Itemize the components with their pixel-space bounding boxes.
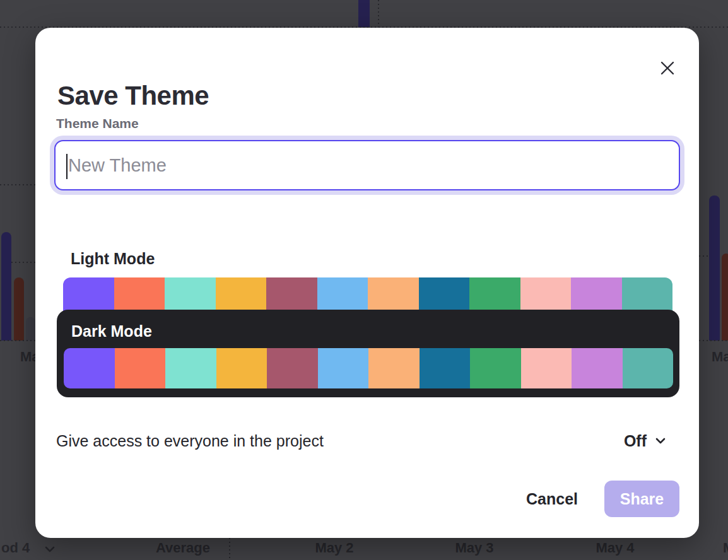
color-swatch-6: [318, 348, 369, 388]
access-value: Off: [624, 432, 647, 450]
close-button[interactable]: [652, 53, 683, 83]
cancel-button[interactable]: Cancel: [526, 490, 578, 508]
share-button[interactable]: Share: [604, 481, 679, 517]
chevron-down-icon: [44, 544, 56, 554]
chart-bar: [358, 0, 370, 27]
axis-line: [699, 340, 728, 341]
color-swatch-8: [420, 348, 471, 388]
period-dropdown-label: od 4: [1, 540, 30, 556]
gridline-horizontal: [699, 255, 708, 257]
backdrop-chart-right: Ma: [699, 0, 728, 560]
color-swatch-9: [470, 348, 521, 388]
gridline-vertical: [229, 538, 230, 560]
save-theme-dialog: Save Theme Theme Name Light Mode Dark Mo…: [35, 28, 699, 538]
gridline-vertical: [378, 0, 379, 27]
chart-bar: [722, 254, 728, 341]
color-swatch-12: [623, 348, 674, 388]
chart-bar: [709, 195, 720, 341]
chart-bar: [14, 277, 24, 341]
axis-label-partial: M: [723, 540, 728, 556]
app-stage: May Ma od 4 Average May 2 May 3 May 4 M …: [0, 0, 728, 560]
gridline-horizontal: [11, 262, 35, 263]
dark-mode-label: Dark Mode: [71, 322, 152, 341]
axis-label-ma: Ma: [712, 349, 728, 365]
dark-mode-card: Dark Mode: [57, 310, 679, 397]
color-swatch-2: [115, 348, 166, 388]
color-swatch-1: [64, 348, 115, 388]
axis-label-average: Average: [156, 540, 210, 556]
axis-line: [0, 340, 35, 341]
color-swatch-11: [572, 348, 623, 388]
chevron-down-icon: [654, 436, 667, 446]
theme-name-input[interactable]: [54, 140, 680, 190]
color-swatch-5: [267, 348, 318, 388]
axis-label-may2: May 2: [315, 540, 353, 556]
access-label: Give access to everyone in the project: [56, 432, 324, 450]
chart-bar: [1, 232, 11, 341]
color-swatch-3: [165, 348, 216, 388]
axis-label-may4: May 4: [596, 540, 634, 556]
dialog-title: Save Theme: [57, 81, 209, 111]
close-icon: [660, 61, 675, 76]
dialog-footer: Cancel Share: [526, 481, 679, 517]
access-row: Give access to everyone in the project O…: [56, 429, 667, 453]
backdrop-chart-left: May: [0, 0, 35, 560]
axis-label-may: May: [20, 349, 35, 365]
access-dropdown[interactable]: Off: [624, 432, 667, 450]
color-swatch-10: [521, 348, 572, 388]
gridline-horizontal: [0, 184, 35, 185]
axis-label-may3: May 3: [455, 540, 493, 556]
color-swatch-7: [368, 348, 420, 388]
color-swatch-4: [216, 348, 267, 388]
text-cursor: [66, 154, 68, 179]
dark-mode-palette: [64, 348, 673, 388]
theme-name-label: Theme Name: [56, 116, 139, 131]
chart-bar: [26, 317, 35, 341]
light-mode-label: Light Mode: [71, 250, 155, 268]
backdrop-chart-top: [0, 0, 728, 28]
